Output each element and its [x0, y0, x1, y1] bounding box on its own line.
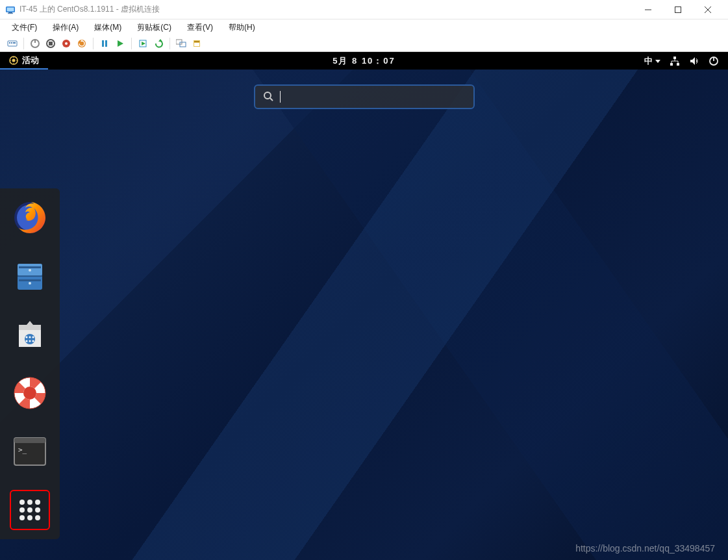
- svg-point-58: [29, 282, 31, 285]
- svg-marker-25: [158, 39, 162, 42]
- gnome-desktop: 活动 5月 8 10：07 中: [0, 52, 728, 560]
- activities-icon: [9, 56, 18, 65]
- close-button[interactable]: [693, 0, 723, 19]
- svg-point-77: [35, 507, 40, 513]
- activities-label: 活动: [22, 55, 39, 66]
- checkpoint-icon[interactable]: [137, 38, 149, 49]
- ctrl-alt-del-icon[interactable]: [6, 38, 18, 49]
- svg-point-75: [19, 507, 25, 513]
- svg-rect-10: [11, 42, 12, 44]
- share-icon[interactable]: [191, 38, 203, 49]
- dock-item-terminal[interactable]: >_: [10, 431, 50, 472]
- dock-item-help[interactable]: [10, 373, 50, 413]
- gnome-search-box[interactable]: [254, 84, 475, 109]
- svg-rect-21: [105, 40, 107, 47]
- svg-point-64: [29, 340, 31, 342]
- svg-rect-1: [7, 7, 14, 11]
- svg-rect-3: [8, 13, 13, 14]
- text-cursor: [280, 91, 281, 103]
- svg-rect-54: [19, 266, 41, 268]
- save-icon[interactable]: [60, 38, 72, 49]
- svg-rect-5: [675, 6, 681, 12]
- dock-item-firefox[interactable]: [10, 197, 50, 238]
- svg-line-49: [270, 98, 273, 101]
- menu-help[interactable]: 帮助(H): [222, 21, 262, 34]
- svg-rect-70: [14, 438, 45, 443]
- menu-view[interactable]: 查看(V): [181, 21, 220, 34]
- svg-point-73: [27, 500, 32, 505]
- svg-point-74: [35, 500, 40, 505]
- activities-button[interactable]: 活动: [0, 52, 48, 70]
- svg-point-72: [19, 500, 25, 505]
- volume-icon[interactable]: [689, 56, 699, 66]
- revert-icon[interactable]: [153, 38, 164, 49]
- svg-point-57: [29, 269, 31, 272]
- watermark-text: https://blog.csdn.net/qq_33498457: [575, 543, 715, 554]
- svg-rect-11: [13, 42, 16, 44]
- svg-rect-38: [673, 57, 676, 59]
- ime-label: 中: [644, 55, 653, 67]
- svg-rect-9: [9, 42, 10, 44]
- hyperv-titlebar: IT-45 上的 CentOs8.1.1911 - 虚拟机连接: [0, 0, 728, 19]
- menu-media[interactable]: 媒体(M): [88, 21, 128, 34]
- window-title: IT-45 上的 CentOs8.1.1911 - 虚拟机连接: [19, 4, 160, 15]
- svg-marker-24: [142, 42, 145, 45]
- power-icon[interactable]: [709, 56, 719, 66]
- svg-point-63: [26, 340, 28, 342]
- svg-point-76: [27, 507, 32, 513]
- svg-rect-55: [18, 275, 42, 277]
- svg-rect-40: [677, 63, 679, 66]
- svg-marker-22: [118, 40, 123, 47]
- gnome-dock: >_: [0, 188, 60, 539]
- svg-rect-56: [19, 279, 41, 281]
- svg-point-48: [264, 92, 271, 99]
- maximize-button[interactable]: [663, 0, 693, 19]
- svg-rect-20: [102, 40, 104, 47]
- svg-rect-2: [8, 12, 12, 13]
- svg-point-61: [29, 337, 31, 338]
- turn-off-icon[interactable]: [29, 38, 41, 49]
- hyperv-menubar: 文件(F) 操作(A) 媒体(M) 剪贴板(C) 查看(V) 帮助(H): [0, 19, 728, 35]
- svg-point-60: [26, 337, 28, 338]
- ime-indicator[interactable]: 中: [644, 55, 660, 67]
- search-icon: [263, 91, 273, 103]
- minimize-button[interactable]: [633, 0, 663, 19]
- start-icon[interactable]: [114, 38, 126, 49]
- hyperv-app-icon: [5, 5, 16, 15]
- svg-marker-45: [690, 57, 695, 65]
- dock-item-files[interactable]: [10, 256, 50, 296]
- reset-icon[interactable]: [76, 38, 88, 49]
- dock-item-app-grid[interactable]: [10, 490, 50, 530]
- svg-rect-39: [670, 63, 673, 66]
- svg-marker-37: [655, 60, 660, 63]
- network-icon[interactable]: [670, 56, 680, 66]
- svg-rect-29: [194, 41, 199, 42]
- svg-point-59: [25, 334, 35, 344]
- svg-point-62: [32, 337, 34, 338]
- svg-point-80: [35, 515, 40, 520]
- shutdown-icon[interactable]: [45, 38, 56, 49]
- menu-action[interactable]: 操作(A): [46, 21, 85, 34]
- gnome-clock[interactable]: 5月 8 10：07: [333, 55, 395, 67]
- svg-text:>_: >_: [18, 446, 27, 454]
- svg-point-32: [12, 58, 16, 62]
- svg-point-65: [32, 340, 34, 342]
- gnome-status-area[interactable]: 中: [644, 55, 728, 67]
- hyperv-toolbar: [0, 35, 728, 52]
- gnome-topbar: 活动 5月 8 10：07 中: [0, 52, 728, 70]
- svg-point-79: [27, 515, 32, 520]
- svg-rect-15: [49, 42, 53, 45]
- pause-icon[interactable]: [99, 38, 110, 49]
- svg-rect-30: [194, 43, 199, 46]
- dock-item-software[interactable]: [10, 314, 50, 355]
- menu-file[interactable]: 文件(F): [5, 21, 44, 34]
- enhanced-session-icon[interactable]: [175, 38, 187, 49]
- chevron-down-icon: [655, 58, 660, 64]
- svg-point-17: [65, 42, 68, 45]
- svg-point-78: [19, 515, 25, 520]
- menu-clipboard[interactable]: 剪贴板(C): [131, 21, 178, 34]
- search-input[interactable]: [287, 92, 466, 102]
